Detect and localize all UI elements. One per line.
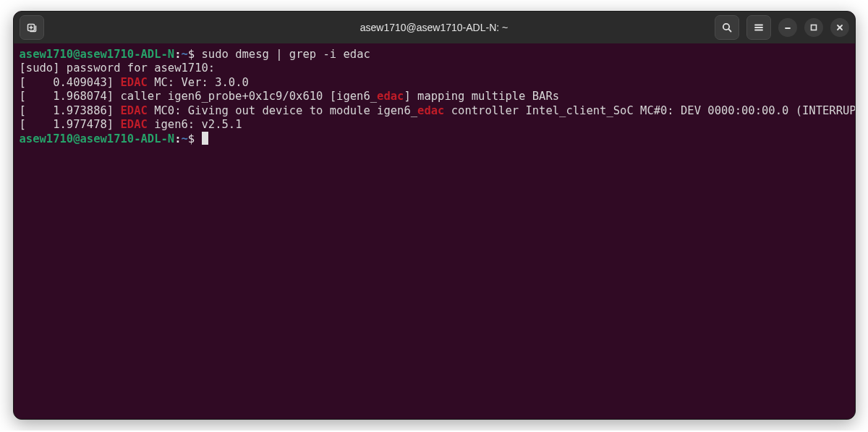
maximize-button[interactable] [804, 18, 823, 37]
output-text: [ 0.409043] [20, 76, 121, 89]
grep-match: EDAC [120, 118, 147, 131]
output-line-1: [ 0.409043] EDAC MC: Ver: 3.0.0 [20, 76, 849, 90]
terminal-output[interactable]: asew1710@asew1710-ADL-N:~$ sudo dmesg | … [14, 43, 855, 419]
output-text: igen6: v2.5.1 [148, 118, 242, 131]
menu-button[interactable] [746, 15, 771, 40]
output-text: [ 1.973886] [20, 104, 121, 117]
output-line-3: [ 1.973886] EDAC MC0: Giving out device … [20, 104, 849, 118]
svg-rect-2 [811, 25, 816, 30]
minimize-button[interactable] [778, 18, 797, 37]
search-icon [721, 22, 733, 33]
grep-match: EDAC [120, 76, 147, 89]
titlebar-left [20, 15, 44, 40]
command-text: sudo dmesg | grep -i edac [202, 48, 370, 61]
cursor [202, 132, 208, 145]
prompt-path: ~ [181, 48, 187, 61]
titlebar: asew1710@asew1710-ADL-N: ~ [14, 12, 855, 43]
grep-match: edac [417, 104, 444, 117]
grep-match: EDAC [120, 104, 147, 117]
minimize-icon [783, 23, 792, 32]
output-text: controller Intel_client_SoC MC#0: DEV 00… [444, 104, 854, 117]
prompt-userhost: asew1710@asew1710-ADL-N [20, 132, 175, 145]
new-tab-icon [26, 22, 38, 33]
new-tab-button[interactable] [20, 15, 44, 40]
terminal-window: asew1710@asew1710-ADL-N: ~ [13, 11, 856, 420]
output-text: ] mapping multiple BARs [404, 90, 559, 103]
sudo-prompt-line: [sudo] password for asew1710: [20, 62, 849, 75]
prompt-userhost: asew1710@asew1710-ADL-N [20, 48, 175, 61]
grep-match: edac [377, 90, 404, 103]
output-text: [ 1.977478] [20, 118, 121, 131]
output-text: MC: Ver: 3.0.0 [148, 76, 249, 89]
titlebar-right [715, 15, 849, 40]
output-line-2: [ 1.968074] caller igen6_probe+0x1c9/0x6… [20, 90, 849, 103]
prompt-path: ~ [181, 132, 187, 145]
maximize-icon [809, 23, 818, 32]
window-title: asew1710@asew1710-ADL-N: ~ [360, 22, 509, 33]
close-icon [835, 23, 844, 32]
close-button[interactable] [830, 18, 849, 37]
prompt-dollar: $ [188, 48, 202, 61]
output-text: MC0: Giving out device to module igen6_ [148, 104, 417, 117]
prompt-dollar: $ [188, 132, 202, 145]
prompt-line-1: asew1710@asew1710-ADL-N:~$ sudo dmesg | … [20, 48, 849, 62]
prompt-line-2: asew1710@asew1710-ADL-N:~$ [20, 132, 849, 146]
search-button[interactable] [715, 15, 739, 40]
output-text: [ 1.968074] caller igen6_probe+0x1c9/0x6… [20, 90, 378, 103]
hamburger-icon [753, 22, 765, 33]
output-line-4: [ 1.977478] EDAC igen6: v2.5.1 [20, 118, 849, 132]
